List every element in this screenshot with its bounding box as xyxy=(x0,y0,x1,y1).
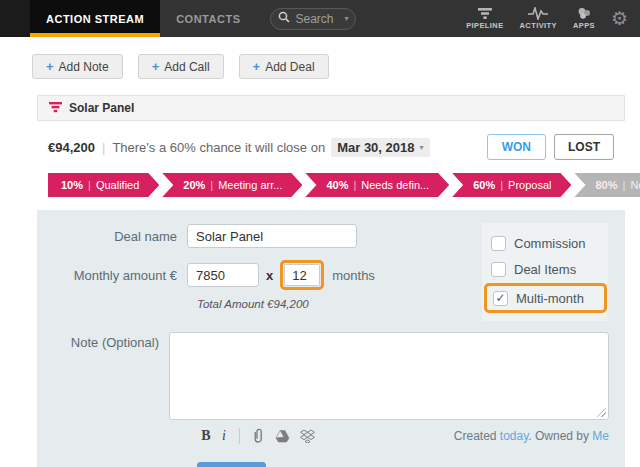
note-toolbar: B i Created today. Owned by Me xyxy=(197,426,609,446)
stage-percent: 10% xyxy=(61,179,83,191)
stage-percent: 60% xyxy=(473,179,495,191)
italic-button[interactable]: i xyxy=(215,428,233,444)
tab-action-stream[interactable]: ACTION STREAM xyxy=(30,0,160,37)
created-prefix: Created xyxy=(454,429,500,443)
stage-needs-defined[interactable]: 40%|Needs defin... xyxy=(305,173,449,197)
stage-separator: | xyxy=(210,179,213,191)
search-caret-down-icon[interactable]: ▾ xyxy=(344,14,348,23)
stage-separator: | xyxy=(500,179,503,191)
bold-button[interactable]: B xyxy=(197,428,215,444)
nav-pipeline-label: PIPELINE xyxy=(466,21,503,30)
attachment-paperclip-icon[interactable] xyxy=(251,428,265,444)
months-input[interactable] xyxy=(284,264,320,286)
plus-icon: + xyxy=(46,59,54,74)
deal-items-checkbox-row[interactable]: Deal Items xyxy=(491,256,599,282)
deal-edit-form: Deal name Monthly amount € x months Tota… xyxy=(37,210,625,467)
add-deal-label: Add Deal xyxy=(265,60,314,74)
stage-proposal[interactable]: 60%|Proposal xyxy=(452,173,571,197)
deal-title: Solar Panel xyxy=(69,101,134,115)
monthly-amount-input[interactable] xyxy=(187,263,259,287)
stage-label: Qualified xyxy=(96,179,139,191)
plus-icon: + xyxy=(152,59,160,74)
settings-gear-icon[interactable]: ⚙ xyxy=(611,9,628,28)
top-navigation-bar: ACTION STREAM CONTACTS Search ▾ PIPELINE… xyxy=(0,0,640,37)
pipeline-stages: 10%|Qualified 20%|Meeting arr... 40%|Nee… xyxy=(37,171,625,210)
tab-label: CONTACTS xyxy=(176,13,240,25)
created-link[interactable]: today xyxy=(500,429,528,443)
won-lost-group: WON LOST xyxy=(487,134,614,160)
close-date-value: Mar 30, 2018 xyxy=(337,140,414,155)
apps-cluster-icon xyxy=(576,7,592,20)
google-drive-icon[interactable] xyxy=(275,429,290,443)
stage-label: Negotiation xyxy=(630,179,640,191)
stage-label: Proposal xyxy=(508,179,551,191)
stage-label: Needs defin... xyxy=(361,179,429,191)
deal-items-checkbox[interactable] xyxy=(491,262,506,277)
nav-apps-button[interactable]: APPS xyxy=(573,7,595,30)
multiplier-x: x xyxy=(266,268,273,283)
deal-card-header: Solar Panel xyxy=(37,95,625,121)
dropbox-icon[interactable] xyxy=(300,429,315,443)
monthly-amount-label: Monthly amount € xyxy=(37,268,187,283)
topbar-right-icons: PIPELINE ACTIVITY APPS ⚙ xyxy=(466,0,628,37)
note-textarea[interactable] xyxy=(169,332,609,420)
commission-checkbox-row[interactable]: Commission xyxy=(491,230,599,256)
deal-amount: €94,200 xyxy=(48,140,95,155)
add-call-button[interactable]: + Add Call xyxy=(138,54,224,79)
created-owned-meta: Created today. Owned by Me xyxy=(454,429,609,443)
activity-pulse-icon xyxy=(528,7,548,20)
deal-name-input[interactable] xyxy=(187,224,357,248)
nav-pipeline-button[interactable]: PIPELINE xyxy=(466,7,503,30)
commission-checkbox[interactable] xyxy=(491,236,506,251)
deal-chance-text: There's a 60% chance it will close on xyxy=(112,140,325,155)
check-icon: ✓ xyxy=(495,291,505,305)
owned-mid: . Owned by xyxy=(528,429,592,443)
search-input[interactable]: Search ▾ xyxy=(270,8,356,30)
months-annotation-highlight xyxy=(280,260,324,290)
add-note-button[interactable]: + Add Note xyxy=(32,54,123,79)
nav-apps-label: APPS xyxy=(573,21,595,30)
stage-meeting-arranged[interactable]: 20%|Meeting arr... xyxy=(162,173,302,197)
multi-month-checkbox-row[interactable]: ✓ Multi-month xyxy=(493,286,599,310)
divider: | xyxy=(102,140,105,155)
owner-link[interactable]: Me xyxy=(592,429,609,443)
tab-contacts[interactable]: CONTACTS xyxy=(160,0,256,37)
won-button[interactable]: WON xyxy=(487,134,546,160)
stage-percent: 40% xyxy=(326,179,348,191)
deal-items-label: Deal Items xyxy=(514,262,576,277)
deal-card: Solar Panel €94,200 | There's a 60% chan… xyxy=(37,95,625,467)
deal-funnel-icon xyxy=(49,99,62,117)
lost-button[interactable]: LOST xyxy=(554,134,614,160)
add-deal-button[interactable]: + Add Deal xyxy=(239,54,329,79)
caret-down-icon: ▾ xyxy=(420,143,424,152)
search-placeholder: Search xyxy=(295,12,333,26)
app-logo-block[interactable] xyxy=(0,0,30,37)
note-label: Note (Optional) xyxy=(37,332,169,350)
stage-percent: 20% xyxy=(183,179,205,191)
pipeline-funnel-icon xyxy=(477,7,493,20)
note-row: Note (Optional) xyxy=(37,332,609,420)
stage-separator: | xyxy=(623,179,626,191)
months-suffix: months xyxy=(332,268,375,283)
stage-label: Meeting arr... xyxy=(218,179,282,191)
stage-qualified[interactable]: 10%|Qualified xyxy=(48,173,159,197)
stage-negotiation[interactable]: 80%|Negotiation xyxy=(574,173,640,197)
nav-activity-button[interactable]: ACTIVITY xyxy=(520,7,557,30)
nav-activity-label: ACTIVITY xyxy=(520,21,557,30)
note-textarea-wrap xyxy=(169,332,609,420)
multi-month-checkbox[interactable]: ✓ xyxy=(493,291,508,306)
save-button[interactable]: Save xyxy=(197,462,266,467)
multi-month-label: Multi-month xyxy=(516,291,584,306)
close-date-dropdown[interactable]: Mar 30, 2018 ▾ xyxy=(331,138,429,157)
deal-summary-row: €94,200 | There's a 60% chance it will c… xyxy=(37,121,625,171)
form-actions-row: Save Cancel xyxy=(197,462,609,467)
plus-icon: + xyxy=(253,59,261,74)
stage-percent: 80% xyxy=(595,179,617,191)
toolbar-divider xyxy=(239,428,240,444)
stage-separator: | xyxy=(353,179,356,191)
commission-label: Commission xyxy=(514,236,586,251)
quick-actions-row: + Add Note + Add Call + Add Deal xyxy=(32,54,640,79)
deal-options-panel: Commission Deal Items ✓ Multi-month xyxy=(482,223,608,321)
stage-separator: | xyxy=(88,179,91,191)
add-note-label: Add Note xyxy=(59,60,109,74)
